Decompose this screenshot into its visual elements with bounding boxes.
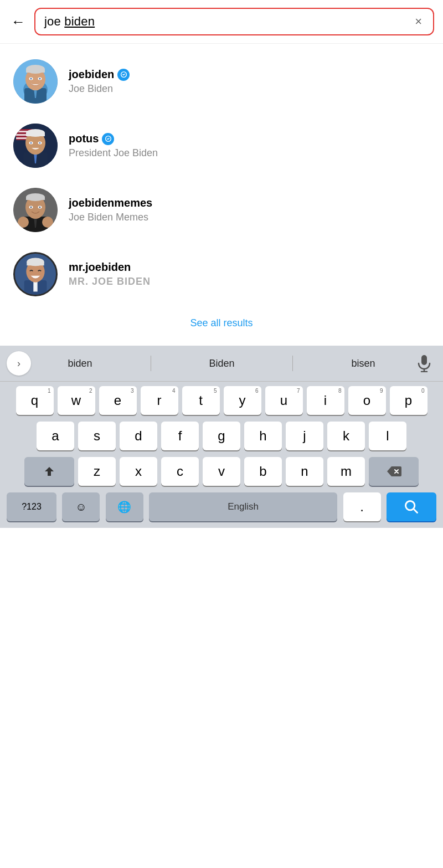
username-potus: potus	[69, 132, 99, 145]
result-item-potus[interactable]: potus President Joe Biden	[0, 114, 443, 178]
avatar-joebidenmemes	[13, 188, 58, 232]
key-t[interactable]: 5t	[182, 386, 220, 415]
key-n[interactable]: n	[286, 457, 323, 486]
autocomplete-divider-2	[292, 356, 293, 371]
result-info-joebiden: joebiden Joe Biden	[69, 68, 130, 95]
key-v[interactable]: v	[203, 457, 240, 486]
display-name-joebiden: Joe Biden	[69, 83, 130, 95]
search-box[interactable]: joe biden ×	[34, 8, 434, 35]
svg-rect-23	[26, 133, 45, 136]
svg-point-11	[39, 78, 41, 80]
key-f[interactable]: f	[161, 422, 199, 450]
autocomplete-word-biden[interactable]: biden	[63, 356, 96, 372]
svg-rect-50	[421, 355, 427, 365]
key-u[interactable]: 7u	[265, 386, 303, 415]
svg-rect-49	[27, 262, 44, 265]
username-row-joebidenmemes: joebidenmemes	[69, 197, 152, 209]
avatar-mrjoebiden	[13, 252, 58, 296]
result-info-joebidenmemes: joebidenmemes Joe Biden Memes	[69, 197, 152, 223]
autocomplete-words: biden Biden bisen	[31, 356, 412, 372]
emoji-key[interactable]: ☺	[62, 492, 100, 521]
svg-point-40	[39, 207, 41, 208]
key-a[interactable]: a	[37, 422, 74, 450]
autocomplete-word-bisen[interactable]: bisen	[347, 356, 379, 372]
autocomplete-chevron[interactable]: ›	[7, 351, 31, 376]
svg-point-27	[39, 142, 41, 144]
results-list: joebiden Joe Biden	[0, 44, 443, 346]
username-joebiden: joebiden	[69, 68, 114, 81]
key-x[interactable]: x	[120, 457, 157, 486]
display-name-mrjoebiden: MR. JOE BIDEN	[69, 276, 151, 287]
period-key[interactable]: .	[343, 492, 381, 521]
search-text-plain: joe	[44, 14, 64, 28]
autocomplete-divider-1	[151, 356, 151, 371]
key-b[interactable]: b	[244, 457, 282, 486]
see-all-results-button[interactable]: See all results	[0, 306, 443, 340]
username-row-mrjoebiden: mr.joebiden	[69, 261, 151, 274]
keyboard-rows: 1q 2w 3e 4r 5t 6y 7u 8i 9o 0p a s d f g …	[0, 382, 443, 528]
svg-rect-34	[26, 197, 45, 200]
key-p[interactable]: 0p	[390, 386, 427, 415]
space-key[interactable]: English	[149, 492, 337, 521]
result-info-mrjoebiden: mr.joebiden MR. JOE BIDEN	[69, 261, 151, 287]
display-name-joebidenmemes: Joe Biden Memes	[69, 212, 152, 223]
key-o[interactable]: 9o	[348, 386, 386, 415]
globe-key[interactable]: 🌐	[106, 492, 143, 521]
numbers-key[interactable]: ?123	[7, 492, 56, 521]
key-q[interactable]: 1q	[16, 386, 54, 415]
verified-badge-potus	[102, 133, 114, 145]
key-row-1: 1q 2w 3e 4r 5t 6y 7u 8i 9o 0p	[3, 386, 440, 415]
key-g[interactable]: g	[203, 422, 240, 450]
key-row-bottom: ?123 ☺ 🌐 English .	[3, 492, 440, 526]
svg-point-36	[42, 217, 53, 228]
verified-badge-joebiden	[117, 69, 130, 81]
delete-key[interactable]	[369, 457, 419, 486]
search-header: ← joe biden ×	[0, 0, 443, 44]
key-row-2: a s d f g h j k l	[3, 422, 440, 450]
key-y[interactable]: 6y	[224, 386, 261, 415]
back-button[interactable]: ←	[9, 11, 28, 33]
autocomplete-bar: › biden Biden bisen	[0, 346, 443, 382]
svg-point-10	[30, 78, 32, 80]
key-l[interactable]: l	[369, 422, 406, 450]
search-text-underlined: biden	[64, 14, 95, 28]
key-row-3: z x c v b n m	[3, 457, 440, 486]
key-d[interactable]: d	[120, 422, 157, 450]
key-z[interactable]: z	[78, 457, 116, 486]
username-row-joebiden: joebiden	[69, 68, 130, 81]
result-info-potus: potus President Joe Biden	[69, 132, 158, 159]
result-item-joebidenmemes[interactable]: joebidenmemes Joe Biden Memes	[0, 178, 443, 242]
display-name-potus: President Joe Biden	[69, 147, 158, 159]
key-r[interactable]: 4r	[141, 386, 178, 415]
clear-button[interactable]: ×	[413, 14, 424, 29]
avatar-potus	[13, 124, 58, 168]
key-c[interactable]: c	[161, 457, 199, 486]
svg-point-26	[30, 142, 32, 144]
autocomplete-word-biden-cap[interactable]: Biden	[204, 356, 239, 372]
key-w[interactable]: 2w	[58, 386, 95, 415]
key-m[interactable]: m	[327, 457, 365, 486]
key-s[interactable]: s	[78, 422, 116, 450]
result-item-mrjoebiden[interactable]: mr.joebiden MR. JOE BIDEN	[0, 242, 443, 306]
svg-point-39	[30, 207, 32, 208]
result-item-joebiden[interactable]: joebiden Joe Biden	[0, 49, 443, 114]
svg-point-35	[18, 217, 29, 228]
mic-button[interactable]	[412, 351, 436, 376]
username-mrjoebiden: mr.joebiden	[69, 261, 131, 274]
shift-key[interactable]	[24, 457, 74, 486]
username-row-potus: potus	[69, 132, 158, 145]
search-input[interactable]: joe biden	[44, 14, 413, 29]
search-key[interactable]	[387, 492, 436, 521]
username-joebidenmemes: joebidenmemes	[69, 197, 152, 209]
key-i[interactable]: 8i	[307, 386, 344, 415]
key-j[interactable]: j	[286, 422, 323, 450]
key-h[interactable]: h	[244, 422, 282, 450]
svg-rect-7	[26, 69, 45, 73]
key-e[interactable]: 3e	[99, 386, 137, 415]
avatar-joebiden	[13, 59, 58, 104]
key-k[interactable]: k	[327, 422, 365, 450]
keyboard: › biden Biden bisen 1q 2w 3e 4r 5t 6y	[0, 346, 443, 528]
